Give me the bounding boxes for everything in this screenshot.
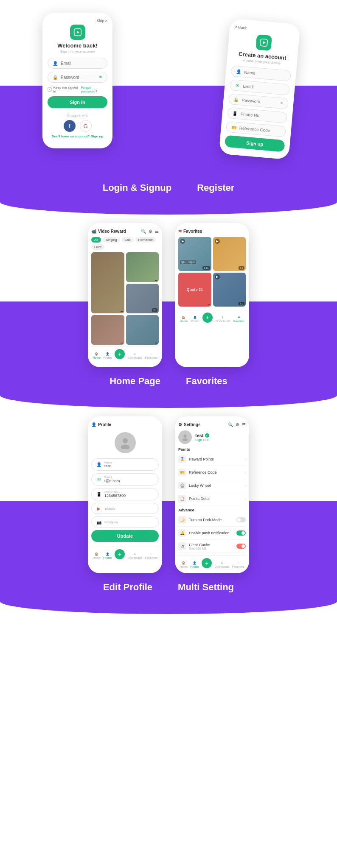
verified-icon: ✓: [205, 433, 209, 438]
nav-profile[interactable]: 👤 Profile: [104, 352, 112, 359]
set-nav-downloads[interactable]: ⬇ Downloads: [215, 561, 230, 568]
points-detail-item[interactable]: 📋 Points Detail ›: [178, 492, 246, 505]
eye-icon[interactable]: 👁: [280, 101, 284, 106]
settings-icon-s[interactable]: ⚙: [236, 422, 239, 427]
prof-nav-home[interactable]: 🏠 Home: [93, 553, 101, 559]
prof-nav-fav[interactable]: ♡ Favorites: [145, 553, 157, 559]
nav-downloads[interactable]: ⬇ Downloads: [128, 352, 143, 359]
video-thumb-4[interactable]: [91, 315, 124, 345]
name-field[interactable]: 👤 Name test: [91, 458, 159, 471]
tag-singing[interactable]: Singing: [103, 237, 120, 243]
ref-input[interactable]: [239, 126, 281, 134]
cache-icon: 🗂: [178, 542, 186, 550]
login-email-field[interactable]: 👤: [48, 58, 107, 69]
menu-icon-s[interactable]: ☰: [242, 422, 246, 427]
facebook-login-button[interactable]: f: [64, 120, 76, 132]
sign-out-button[interactable]: Sign Out: [195, 438, 209, 442]
push-notif-item[interactable]: 🔔 Enable push notification: [178, 527, 246, 540]
signin-button[interactable]: Sign In: [48, 96, 107, 108]
eye-icon-login[interactable]: 👁: [99, 75, 103, 79]
profile-title: 👤 Profile: [91, 422, 111, 427]
register-email-field[interactable]: ✉: [229, 79, 290, 95]
section-profile-settings: 👤 Profile 👤 Name test ✉: [0, 408, 337, 614]
menu-icon[interactable]: ☰: [155, 229, 159, 234]
login-password-field[interactable]: 🔒 👁: [48, 72, 107, 83]
set-nav-fav[interactable]: ♡ Favorites: [232, 561, 244, 568]
login-email-input[interactable]: [61, 61, 103, 66]
chevron-right-3: ›: [244, 483, 246, 488]
login-password-input[interactable]: [61, 75, 99, 80]
email-field[interactable]: ✉ Email t@tt.com: [91, 473, 159, 486]
fav-count-4: 4.0: [239, 302, 244, 305]
video-thumb-3[interactable]: 📷: [126, 284, 159, 313]
view-count-3: 📷: [152, 308, 157, 312]
password-input[interactable]: [242, 98, 280, 106]
prof-nav-add[interactable]: +: [115, 549, 125, 559]
video-thumb-5[interactable]: [126, 315, 159, 345]
search-icon[interactable]: 🔍: [141, 229, 146, 234]
chevron-right-4: ›: [244, 497, 246, 501]
tag-romance[interactable]: Romance: [135, 237, 156, 243]
name-input[interactable]: [244, 70, 286, 78]
fav-thumb-3[interactable]: Quote 21: [178, 273, 211, 307]
skip-button[interactable]: Skip >: [48, 19, 107, 23]
lucky-wheel-item[interactable]: 🎡 Lucky Wheel ›: [178, 479, 246, 492]
set-nav-profile[interactable]: 👤 Profile: [191, 561, 199, 568]
prof-nav-downloads[interactable]: ⬇ Downloads: [128, 553, 143, 559]
set-nav-home[interactable]: 🏠 Home: [180, 561, 188, 568]
phone-field[interactable]: 📱 Phone No 1234567890: [91, 488, 159, 500]
ref-code-item[interactable]: 🎫 Reference Code ›: [178, 466, 246, 479]
cache-toggle[interactable]: [236, 544, 246, 549]
fav-nav-fav[interactable]: ❤ Favorite: [233, 316, 244, 323]
push-notif-toggle[interactable]: [236, 530, 246, 536]
signup-button[interactable]: Sign up: [225, 135, 285, 152]
fav-thumb-2[interactable]: ▶ 8.2: [213, 237, 246, 271]
instagram-field[interactable]: 📷 Instagram: [91, 516, 159, 527]
dark-mode-item[interactable]: 🌙 Turn on Dark Mode: [178, 514, 246, 527]
or-text: Or sign in with: [48, 114, 107, 117]
register-password-field[interactable]: 🔒 👁: [228, 93, 289, 109]
email-icon-p: ✉: [96, 477, 102, 483]
tag-all[interactable]: All: [91, 237, 101, 243]
name-label: Name: [104, 461, 154, 464]
fav-nav-home[interactable]: 🏠 Home: [180, 316, 188, 323]
keep-checkbox[interactable]: ✓: [48, 87, 52, 92]
email-value: t@tt.com: [104, 479, 154, 483]
reward-points-item[interactable]: 🏅 Reward Points ›: [178, 453, 246, 466]
youtube-field[interactable]: ▶ Youtube: [91, 503, 159, 514]
fav-title: ❤ Favorites: [178, 229, 202, 234]
fav-nav-add[interactable]: +: [202, 313, 213, 323]
fav-thumb-1[interactable]: ▶ જીવન એ દુ:ખ 3.9k: [178, 237, 211, 271]
signup-link[interactable]: Sign up: [91, 134, 103, 138]
nav-home[interactable]: 🏠 Home: [93, 352, 101, 359]
notif-icon: 🔔: [178, 529, 186, 537]
tag-sad[interactable]: Sad: [122, 237, 134, 243]
home-header: 📹 Video Reward 🔍 ⚙ ☰: [91, 226, 159, 235]
keep-row: ✓ Keep me signed in Forgot password?: [48, 86, 107, 93]
nav-favorites[interactable]: ♡ Favorites: [145, 352, 157, 359]
register-name-field[interactable]: 👤: [230, 65, 291, 81]
search-icon-s[interactable]: 🔍: [228, 422, 233, 427]
back-button[interactable]: < Back: [235, 25, 295, 34]
google-login-button[interactable]: G: [80, 120, 92, 132]
settings-icon[interactable]: ⚙: [149, 229, 152, 234]
email-input[interactable]: [243, 84, 285, 92]
register-phone-field[interactable]: 📱: [227, 107, 288, 123]
register-ref-field[interactable]: 🎫: [226, 121, 286, 137]
forgot-password-link[interactable]: Forgot password?: [81, 86, 107, 93]
dark-mode-toggle[interactable]: [236, 517, 246, 522]
fav-nav-downloads[interactable]: ⬇ Downloads: [216, 316, 230, 323]
welcome-sub: Sign in to your account: [48, 50, 107, 53]
video-thumb-2[interactable]: [126, 252, 159, 282]
video-thumb-1[interactable]: [91, 252, 124, 313]
phone-input[interactable]: [240, 112, 283, 120]
update-button[interactable]: Update: [91, 530, 159, 542]
view-count-2: [155, 280, 157, 281]
set-nav-add[interactable]: +: [202, 558, 212, 568]
tag-love[interactable]: Love: [91, 244, 104, 250]
nav-add-button[interactable]: +: [115, 349, 125, 359]
clear-cache-item[interactable]: 🗂 Clear Cache Size 0.09 MB: [178, 540, 246, 553]
prof-nav-profile[interactable]: 👤 Profile: [104, 553, 112, 559]
fav-nav-profile[interactable]: 👤 Profile: [191, 316, 199, 323]
fav-thumb-4[interactable]: ▶ 4.0: [213, 273, 246, 307]
